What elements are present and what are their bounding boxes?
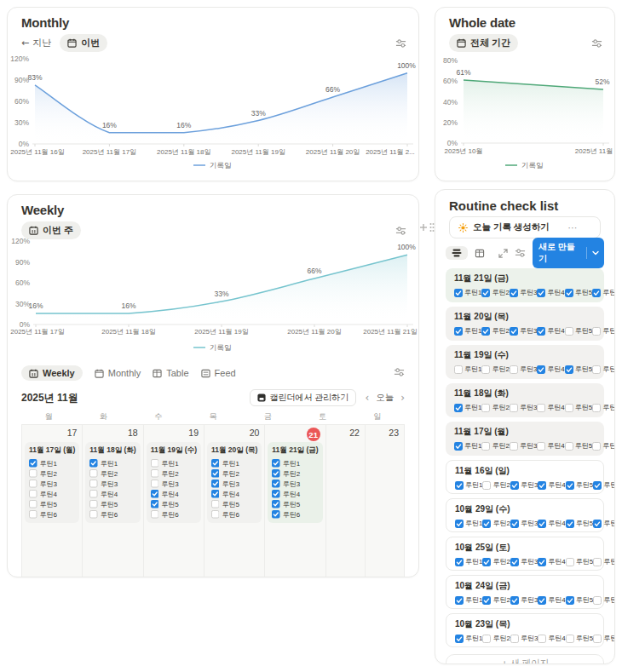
checked-checkbox-icon[interactable] bbox=[455, 635, 464, 643]
tab-weekly[interactable]: Weekly bbox=[21, 365, 83, 381]
routine-checkbox-item[interactable]: 루틴2 bbox=[481, 288, 509, 297]
checked-checkbox-icon[interactable] bbox=[592, 289, 601, 297]
checked-checkbox-icon[interactable] bbox=[272, 510, 280, 519]
routine-checkbox-item[interactable]: 루틴2 bbox=[481, 365, 509, 374]
routine-checkbox-item[interactable]: 루틴4 bbox=[538, 557, 565, 566]
routine-checkbox-item[interactable]: 루틴5 bbox=[89, 499, 135, 509]
new-page-button[interactable]: + 새 페이지 bbox=[446, 654, 604, 664]
checked-checkbox-icon[interactable] bbox=[566, 596, 574, 605]
checked-checkbox-icon[interactable] bbox=[481, 289, 490, 297]
routine-checkbox-item[interactable]: 루틴5 bbox=[566, 519, 593, 528]
unchecked-checkbox-icon[interactable] bbox=[510, 404, 518, 412]
filter-sort-icon[interactable] bbox=[515, 248, 526, 258]
calendar-day-cell[interactable]: 20 11월 20일 (목)루틴1루틴2루틴3루틴4루틴5루틴6 bbox=[204, 425, 264, 577]
add-block-icon[interactable] bbox=[419, 223, 428, 232]
routine-checkbox-item[interactable]: 루틴1 bbox=[454, 441, 481, 451]
routine-checkbox-item[interactable]: 루틴5 bbox=[566, 480, 593, 490]
chart-settings-icon[interactable] bbox=[591, 37, 602, 52]
unchecked-checkbox-icon[interactable] bbox=[510, 442, 518, 451]
routine-checkbox-item[interactable]: 루틴3 bbox=[272, 479, 318, 489]
routine-checkbox-item[interactable]: 루틴1 bbox=[454, 403, 481, 412]
unchecked-checkbox-icon[interactable] bbox=[89, 500, 98, 508]
routine-checkbox-item[interactable]: 루틴5 bbox=[566, 595, 593, 605]
unchecked-checkbox-icon[interactable] bbox=[151, 469, 159, 478]
routine-checkbox-item[interactable]: 루틴2 bbox=[89, 468, 135, 479]
checked-checkbox-icon[interactable] bbox=[151, 500, 159, 508]
checked-checkbox-icon[interactable] bbox=[593, 481, 602, 490]
routine-date-card[interactable]: 10월 23일 (목) 루틴1루틴2루틴3루틴4루틴5루틴6 bbox=[446, 613, 604, 647]
checked-checkbox-icon[interactable] bbox=[538, 596, 546, 605]
tab-monthly[interactable]: Monthly bbox=[95, 368, 141, 378]
unchecked-checkbox-icon[interactable] bbox=[151, 510, 159, 519]
table-view-button[interactable] bbox=[475, 249, 485, 258]
checked-checkbox-icon[interactable] bbox=[538, 481, 546, 490]
routine-checkbox-item[interactable]: 루틴2 bbox=[482, 557, 510, 566]
checked-checkbox-icon[interactable] bbox=[272, 480, 280, 488]
checked-checkbox-icon[interactable] bbox=[537, 365, 545, 374]
routine-checkbox-item[interactable]: 루틴4 bbox=[538, 634, 565, 643]
routine-checkbox-item[interactable]: 루틴4 bbox=[537, 326, 564, 336]
unchecked-checkbox-icon[interactable] bbox=[151, 459, 159, 468]
routine-checkbox-item[interactable]: 루틴3 bbox=[510, 557, 538, 566]
routine-checkbox-item[interactable]: 루틴2 bbox=[482, 519, 510, 528]
checked-checkbox-icon[interactable] bbox=[537, 289, 545, 297]
unchecked-checkbox-icon[interactable] bbox=[510, 635, 519, 643]
unchecked-checkbox-icon[interactable] bbox=[89, 469, 98, 478]
unchecked-checkbox-icon[interactable] bbox=[481, 404, 490, 412]
unchecked-checkbox-icon[interactable] bbox=[566, 635, 574, 643]
unchecked-checkbox-icon[interactable] bbox=[565, 404, 573, 412]
unchecked-checkbox-icon[interactable] bbox=[29, 490, 37, 498]
routine-checkbox-item[interactable]: 루틴2 bbox=[481, 326, 509, 336]
routine-checkbox-item[interactable]: 루틴6 bbox=[29, 509, 75, 520]
previous-period-button[interactable]: ← 지난 bbox=[21, 37, 51, 49]
tab-feed[interactable]: Feed bbox=[201, 368, 236, 378]
routine-date-card[interactable]: 10월 25일 (토) 루틴1루틴2루틴3루틴4루틴5루틴6 bbox=[446, 537, 604, 571]
calendar-day-cell[interactable]: 18 11월 18일 (화)루틴1루틴2루틴3루틴4루틴5루틴6 bbox=[82, 425, 142, 577]
day-routine-card[interactable]: 11월 21일 (금)루틴1루틴2루틴3루틴4루틴5루틴6 bbox=[268, 442, 322, 523]
checked-checkbox-icon[interactable] bbox=[481, 327, 490, 336]
checked-checkbox-icon[interactable] bbox=[272, 490, 280, 498]
routine-checkbox-item[interactable]: 루틴3 bbox=[510, 519, 538, 528]
checked-checkbox-icon[interactable] bbox=[455, 481, 464, 490]
routine-checkbox-item[interactable]: 루틴5 bbox=[565, 365, 592, 374]
calendar-day-cell[interactable]: 19 11월 19일 (수)루틴1루틴2루틴3루틴4루틴5루틴6 bbox=[143, 425, 204, 577]
checked-checkbox-icon[interactable] bbox=[89, 459, 98, 468]
unchecked-checkbox-icon[interactable] bbox=[151, 480, 159, 488]
checked-checkbox-icon[interactable] bbox=[538, 558, 546, 566]
routine-checkbox-item[interactable]: 루틴3 bbox=[510, 441, 537, 451]
create-today-record-button[interactable]: 오늘 기록 생성하기 ⋯ bbox=[449, 216, 601, 238]
unchecked-checkbox-icon[interactable] bbox=[89, 490, 98, 498]
routine-checkbox-item[interactable]: 루틴3 bbox=[510, 326, 537, 336]
unchecked-checkbox-icon[interactable] bbox=[537, 442, 545, 451]
checked-checkbox-icon[interactable] bbox=[482, 520, 491, 528]
checked-checkbox-icon[interactable] bbox=[454, 404, 463, 412]
checked-checkbox-icon[interactable] bbox=[510, 558, 519, 566]
checked-checkbox-icon[interactable] bbox=[510, 520, 519, 528]
checked-checkbox-icon[interactable] bbox=[272, 459, 280, 468]
calendar-day-cell[interactable]: 17 11월 17일 (월)루틴1루틴2루틴3루틴4루틴5루틴6 bbox=[22, 425, 82, 577]
checked-checkbox-icon[interactable] bbox=[211, 469, 220, 478]
checked-checkbox-icon[interactable] bbox=[454, 289, 463, 297]
routine-checkbox-item[interactable]: 루틴2 bbox=[481, 403, 509, 412]
unchecked-checkbox-icon[interactable] bbox=[482, 481, 491, 490]
routine-checkbox-item[interactable]: 루틴6 bbox=[272, 509, 318, 520]
routine-checkbox-item[interactable]: 루틴3 bbox=[211, 479, 257, 489]
unchecked-checkbox-icon[interactable] bbox=[454, 365, 463, 374]
day-routine-card[interactable]: 11월 17일 (월)루틴1루틴2루틴3루틴4루틴5루틴6 bbox=[25, 442, 79, 523]
routine-checkbox-item[interactable]: 루틴6 bbox=[592, 403, 615, 412]
routine-checkbox-item[interactable]: 루틴6 bbox=[593, 634, 615, 643]
routine-checkbox-item[interactable]: 루틴2 bbox=[481, 441, 509, 451]
routine-date-card[interactable]: 10월 29일 (수) 루틴1루틴2루틴3루틴4루틴5루틴6 bbox=[446, 498, 604, 532]
routine-checkbox-item[interactable]: 루틴1 bbox=[455, 634, 482, 643]
checked-checkbox-icon[interactable] bbox=[566, 520, 574, 528]
new-record-button[interactable]: 새로 만들기 bbox=[533, 238, 604, 268]
routine-checkbox-item[interactable]: 루틴5 bbox=[565, 288, 592, 297]
routine-date-card[interactable]: 11월 16일 (일) 루틴1루틴2루틴3루틴4루틴5루틴6 bbox=[446, 460, 604, 494]
unchecked-checkbox-icon[interactable] bbox=[538, 635, 546, 643]
checked-checkbox-icon[interactable] bbox=[455, 596, 464, 605]
routine-checkbox-item[interactable]: 루틴4 bbox=[538, 519, 565, 528]
checked-checkbox-icon[interactable] bbox=[565, 365, 573, 374]
routine-checkbox-item[interactable]: 루틴4 bbox=[211, 489, 257, 499]
more-options-icon[interactable]: ⋯ bbox=[568, 222, 579, 233]
checked-checkbox-icon[interactable] bbox=[538, 520, 546, 528]
